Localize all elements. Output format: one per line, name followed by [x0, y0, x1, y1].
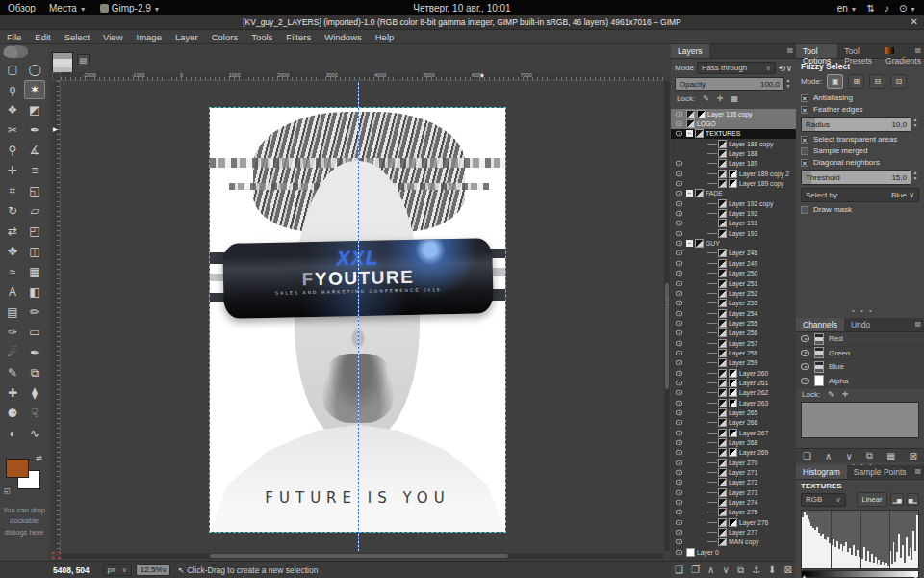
visibility-eye-icon[interactable] [671, 449, 686, 456]
tab-channels[interactable]: Channels [796, 318, 844, 331]
tool-airbrush[interactable]: ☄ [2, 343, 23, 362]
menu-layer[interactable]: Layer [168, 32, 205, 42]
visibility-eye-icon[interactable] [671, 539, 686, 545]
slider-radius[interactable]: Radius10,0▲▼ [801, 117, 919, 132]
visibility-eye-icon[interactable] [671, 320, 686, 327]
layer-row[interactable]: Layer 254 [671, 308, 796, 318]
input-source-menu[interactable]: en ▼ [837, 3, 858, 13]
visibility-eye-icon[interactable] [671, 160, 686, 167]
swap-colors-icon[interactable]: ⇄ [36, 454, 42, 462]
layer-row[interactable]: Layer 253 [671, 299, 796, 308]
layer-row[interactable]: LOGO [671, 118, 796, 128]
layer-row[interactable]: Layer 272 [671, 478, 796, 487]
tool-fuzzy-select[interactable]: ✶ [24, 80, 45, 99]
layer-row[interactable]: MAN copy [671, 538, 796, 547]
tool-select-by-color[interactable]: ❖ [2, 100, 23, 119]
checkbox-checked-icon[interactable]: ✕ [801, 94, 808, 102]
tool-eraser[interactable]: ▭ [24, 323, 45, 342]
threshold-spinner[interactable]: ▲▼ [911, 170, 919, 185]
histogram-linear-icon[interactable]: ▁▅ [890, 493, 903, 506]
close-dock-icon[interactable]: ⊠ [914, 467, 921, 476]
lower-channel-button[interactable]: ∨ [845, 451, 852, 461]
channel-row-green[interactable]: Green [796, 347, 924, 361]
tool-perspective[interactable]: ◰ [24, 222, 45, 241]
layer-row[interactable]: Layer 248 [671, 249, 796, 258]
channel-row-red[interactable]: Red [796, 332, 924, 347]
tool-clone[interactable]: ⧉ [24, 363, 45, 382]
activities-button[interactable]: Обзор [8, 3, 36, 13]
lower-layer-button[interactable]: ∨ [722, 565, 729, 575]
visibility-eye-icon[interactable] [671, 350, 686, 356]
duplicate-layer-button[interactable]: ⧉ [737, 565, 744, 576]
range-low-marker[interactable]: ▲ [802, 573, 807, 578]
visibility-eye-icon[interactable] [671, 280, 686, 287]
option-draw-mask[interactable]: Draw mask [801, 205, 919, 214]
tool-mypaint-brush[interactable]: ✎ [2, 363, 23, 382]
tool-paintbrush[interactable]: ✑ [2, 323, 23, 342]
mode-subtract-button[interactable]: ⊟ [869, 74, 886, 89]
mode-reset-button[interactable]: ⟲∨ [779, 64, 792, 73]
delete-layer-button[interactable]: ⊠ [784, 565, 792, 575]
zoom-dropdown[interactable]: 12,5%∨ [136, 564, 170, 576]
layer-row[interactable]: Layer 189 [671, 159, 796, 169]
lock-pixels-icon[interactable]: ✎ [828, 390, 834, 399]
layer-row[interactable]: Layer 266 [671, 418, 796, 428]
layer-row[interactable]: Layer 274 [671, 497, 796, 507]
mode-add-button[interactable]: ⊞ [848, 74, 864, 89]
range-high-marker[interactable]: ▲ [913, 573, 918, 578]
opacity-spinner[interactable]: ▲▼ [784, 77, 792, 91]
opacity-slider[interactable]: Opacity 100,0 [675, 77, 784, 91]
visibility-eye-icon[interactable] [671, 260, 686, 267]
option-antialiasing[interactable]: ✕Antialiasing [801, 93, 919, 102]
tool-foreground-select[interactable]: ◩ [24, 100, 45, 119]
menu-file[interactable]: File [0, 32, 28, 42]
expander-icon[interactable]: − [686, 240, 693, 247]
close-dock-icon[interactable]: ⊠ [914, 46, 921, 55]
layer-row[interactable]: Layer 189 copy [671, 178, 796, 188]
histogram-linear-button[interactable]: Linear [857, 492, 888, 507]
merge-layer-button[interactable]: ⬇ [768, 565, 776, 575]
tool-move[interactable]: ✛ [2, 161, 23, 180]
visibility-eye-icon[interactable] [671, 509, 686, 515]
tool-zoom[interactable]: ⚲ [2, 141, 23, 160]
visibility-eye-icon[interactable] [671, 409, 686, 416]
layer-row[interactable]: Layer 277 [671, 527, 796, 537]
mode-intersect-button[interactable]: ⊡ [890, 74, 907, 89]
layer-row[interactable]: Layer 252 [671, 288, 796, 298]
tool-handle-transform[interactable]: ✥ [2, 242, 23, 261]
clock[interactable]: Четверг, 10 авг., 10:01 [413, 3, 510, 13]
tab-layers[interactable]: Layers [671, 44, 709, 58]
visibility-eye-icon[interactable] [671, 469, 686, 476]
visibility-eye-icon[interactable] [671, 300, 686, 306]
option-diagonal-neighbors[interactable]: ✕Diagonal neighbors [801, 158, 919, 167]
eye-icon[interactable] [801, 363, 809, 370]
menu-help[interactable]: Help [369, 32, 401, 42]
layer-row[interactable]: Layer 257 [671, 338, 796, 348]
layer-row[interactable]: Layer 0 [671, 547, 796, 557]
tool-gradient[interactable]: ▤ [2, 302, 23, 322]
layer-row[interactable]: Layer 261 [671, 378, 796, 387]
visibility-eye-icon[interactable] [671, 230, 686, 237]
canvas-menu-button[interactable]: ▤ [77, 54, 90, 66]
places-menu[interactable]: Места ▼ [49, 3, 87, 13]
new-channel-button[interactable]: ❏ [803, 451, 811, 461]
channel-row-blue[interactable]: Blue [796, 360, 924, 375]
visibility-eye-icon[interactable] [671, 499, 686, 506]
canvas-area[interactable]: ▤ -2000-10000100020003000400050006000700… [48, 44, 671, 561]
tool-curves[interactable]: ∿ [24, 424, 45, 443]
layer-row[interactable]: Layer 138 copy [671, 109, 796, 118]
panel-grip[interactable]: • • • [852, 306, 874, 315]
delete-channel-button[interactable]: ⊠ [910, 451, 917, 461]
visibility-eye-icon[interactable] [671, 430, 686, 436]
tool-align[interactable]: ≡ [24, 161, 45, 180]
layer-row[interactable]: Layer 263 [671, 398, 796, 407]
horizontal-scrollbar[interactable] [61, 553, 663, 559]
layer-row[interactable]: Layer 259 [671, 358, 796, 368]
visibility-eye-icon[interactable] [671, 479, 686, 486]
horizontal-ruler[interactable]: -2000-100001000200030004000500060007000 [61, 72, 663, 81]
visibility-eye-icon[interactable] [671, 400, 686, 407]
tab-tool-options[interactable]: Tool Options [796, 44, 837, 58]
layer-row[interactable]: Layer 255 [671, 318, 796, 328]
tool-measure[interactable]: ∡ [24, 141, 45, 160]
tool-heal[interactable]: ✚ [2, 383, 23, 403]
